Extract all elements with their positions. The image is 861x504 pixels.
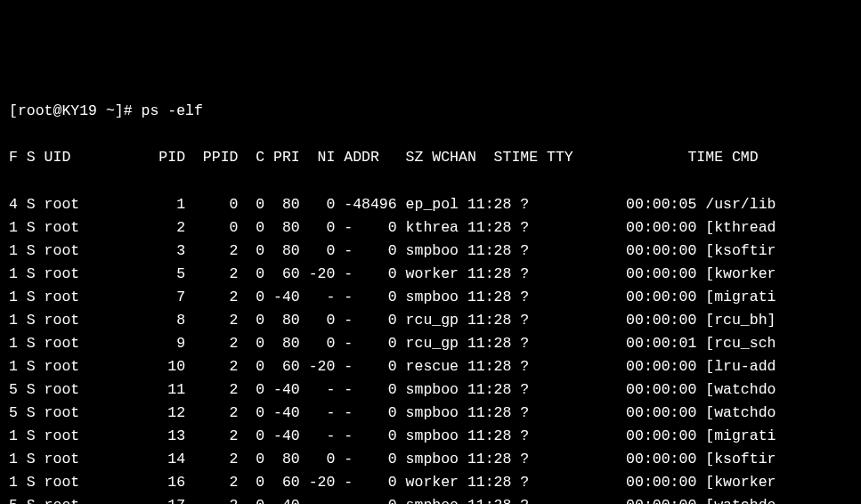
ps-row: 1 S root 8 2 0 80 0 - 0 rcu_gp 11:28 ? 0…: [9, 309, 852, 332]
ps-row: 1 S root 7 2 0 -40 - - 0 smpboo 11:28 ? …: [9, 286, 852, 309]
shell-prompt[interactable]: [root@KY19 ~]# ps -elf: [9, 100, 852, 123]
ps-row: 1 S root 3 2 0 80 0 - 0 smpboo 11:28 ? 0…: [9, 240, 852, 263]
ps-row: 5 S root 11 2 0 -40 - - 0 smpboo 11:28 ?…: [9, 378, 852, 402]
ps-row: 5 S root 12 2 0 -40 - - 0 smpboo 11:28 ?…: [9, 402, 852, 425]
ps-row: 1 S root 10 2 0 60 -20 - 0 rescue 11:28 …: [9, 355, 852, 378]
ps-row: 1 S root 2 0 0 80 0 - 0 kthrea 11:28 ? 0…: [9, 216, 852, 240]
ps-row: 1 S root 14 2 0 80 0 - 0 smpboo 11:28 ? …: [9, 448, 852, 471]
ps-row: 1 S root 9 2 0 80 0 - 0 rcu_gp 11:28 ? 0…: [9, 332, 852, 355]
ps-row: 1 S root 5 2 0 60 -20 - 0 worker 11:28 ?…: [9, 263, 852, 286]
ps-row: 1 S root 13 2 0 -40 - - 0 smpboo 11:28 ?…: [9, 425, 852, 448]
ps-rows-container: 4 S root 1 0 0 80 0 -48496 ep_pol 11:28 …: [9, 193, 852, 505]
ps-row: 5 S root 17 2 0 -40 - - 0 smpboo 11:28 ?…: [9, 494, 852, 504]
ps-row: 1 S root 16 2 0 60 -20 - 0 worker 11:28 …: [9, 471, 852, 494]
ps-row: 4 S root 1 0 0 80 0 -48496 ep_pol 11:28 …: [9, 193, 852, 216]
ps-header-row: F S UID PID PPID C PRI NI ADDR SZ WCHAN …: [9, 146, 852, 169]
